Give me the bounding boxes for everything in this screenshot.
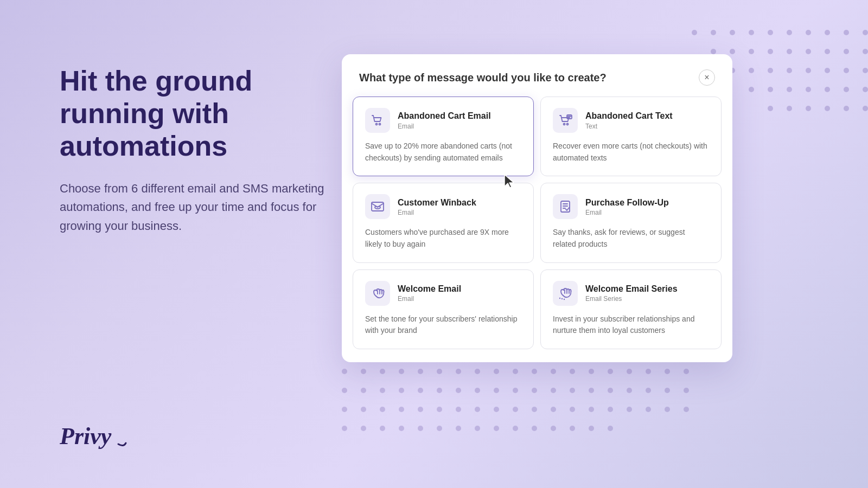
svg-point-41 [361, 369, 366, 374]
svg-point-51 [551, 369, 556, 374]
svg-point-80 [380, 407, 385, 412]
card-description: Invest in your subscriber relationships … [553, 313, 709, 337]
svg-point-79 [361, 407, 366, 412]
svg-point-133 [564, 299, 565, 300]
svg-point-21 [768, 68, 773, 73]
svg-point-27 [749, 87, 754, 92]
svg-point-56 [646, 369, 651, 374]
modal-header: What type of message would you like to c… [342, 54, 732, 97]
svg-point-65 [456, 388, 461, 393]
card-badge: Text [585, 123, 673, 130]
svg-point-78 [342, 407, 347, 412]
purchase-icon [553, 194, 578, 219]
svg-point-50 [532, 369, 537, 374]
svg-point-95 [665, 407, 670, 412]
svg-point-10 [711, 49, 716, 54]
card-badge: Email [585, 209, 669, 216]
svg-point-5 [787, 30, 792, 35]
svg-point-2 [730, 30, 735, 35]
svg-point-110 [589, 426, 594, 431]
card-header: Customer Winback Email [365, 194, 521, 219]
svg-point-69 [532, 388, 537, 393]
card-description: Say thanks, ask for reviews, or suggest … [553, 227, 709, 250]
option-card-abandoned-cart-email[interactable]: Abandoned Cart Email Email Save up to 20… [353, 97, 534, 176]
modal: What type of message would you like to c… [342, 54, 732, 362]
svg-point-20 [749, 68, 754, 73]
svg-point-81 [399, 407, 404, 412]
svg-point-84 [456, 407, 461, 412]
option-card-customer-winback[interactable]: Customer Winback Email Customers who've … [353, 183, 534, 262]
svg-point-59 [342, 388, 347, 393]
svg-point-44 [418, 369, 423, 374]
svg-point-25 [844, 68, 849, 73]
svg-point-48 [494, 369, 499, 374]
option-card-purchase-followup[interactable]: Purchase Follow-Up Email Say thanks, ask… [540, 183, 722, 262]
svg-point-60 [361, 388, 366, 393]
option-card-welcome-email-series[interactable]: Welcome Email Series Email Series Invest… [540, 269, 722, 349]
left-content: Hit the ground running with automations … [60, 65, 331, 235]
svg-point-24 [825, 68, 830, 73]
card-title: Welcome Email Series [585, 284, 678, 294]
dots-bottom [326, 352, 705, 488]
svg-point-93 [627, 407, 632, 412]
option-card-welcome-email[interactable]: Welcome Email Email Set the tone for you… [353, 269, 534, 349]
svg-point-75 [646, 388, 651, 393]
svg-point-96 [684, 407, 689, 412]
svg-point-88 [532, 407, 537, 412]
svg-point-68 [513, 388, 518, 393]
modal-title: What type of message would you like to c… [359, 72, 607, 84]
svg-point-32 [844, 87, 849, 92]
svg-point-53 [589, 369, 594, 374]
card-header: Welcome Email Series Email Series [553, 281, 709, 306]
svg-point-26 [863, 68, 868, 73]
winback-icon [365, 194, 390, 219]
svg-point-72 [589, 388, 594, 393]
option-card-abandoned-cart-text[interactable]: Abandoned Cart Text Text Recover even mo… [540, 97, 722, 176]
svg-point-23 [806, 68, 811, 73]
svg-point-30 [806, 87, 811, 92]
svg-point-89 [551, 407, 556, 412]
svg-point-98 [361, 426, 366, 431]
card-description: Customers who've purchased are 9X more l… [365, 227, 521, 250]
welcome-icon [365, 281, 390, 306]
svg-point-6 [806, 30, 811, 35]
hero-subtitle: Choose from 6 different email and SMS ma… [60, 179, 331, 235]
svg-point-61 [380, 388, 385, 393]
svg-point-91 [589, 407, 594, 412]
svg-point-57 [665, 369, 670, 374]
close-button[interactable]: × [699, 69, 715, 86]
svg-point-9 [863, 30, 868, 35]
svg-point-111 [608, 426, 613, 431]
svg-point-87 [513, 407, 518, 412]
svg-point-76 [665, 388, 670, 393]
svg-point-74 [627, 388, 632, 393]
card-description: Recover even more carts (not checkouts) … [553, 140, 709, 164]
svg-point-105 [494, 426, 499, 431]
svg-text:Privy: Privy [60, 423, 112, 450]
card-title: Abandoned Cart Email [398, 111, 491, 121]
card-badge: Email [398, 123, 491, 130]
svg-point-8 [844, 30, 849, 35]
svg-point-71 [570, 388, 575, 393]
cart-text-icon [553, 108, 578, 133]
svg-point-92 [608, 407, 613, 412]
svg-point-43 [399, 369, 404, 374]
svg-point-55 [627, 369, 632, 374]
svg-point-132 [561, 298, 563, 299]
svg-point-90 [570, 407, 575, 412]
svg-point-106 [513, 426, 518, 431]
svg-point-67 [494, 388, 499, 393]
svg-point-114 [379, 124, 381, 125]
svg-point-38 [844, 106, 849, 111]
svg-point-42 [380, 369, 385, 374]
svg-point-16 [825, 49, 830, 54]
svg-point-3 [749, 30, 754, 35]
svg-point-102 [437, 426, 442, 431]
svg-point-45 [437, 369, 442, 374]
svg-point-116 [567, 124, 569, 125]
svg-point-77 [684, 388, 689, 393]
svg-point-104 [475, 426, 480, 431]
svg-rect-117 [567, 115, 572, 119]
modal-grid: Abandoned Cart Email Email Save up to 20… [342, 97, 732, 362]
svg-point-35 [787, 106, 792, 111]
